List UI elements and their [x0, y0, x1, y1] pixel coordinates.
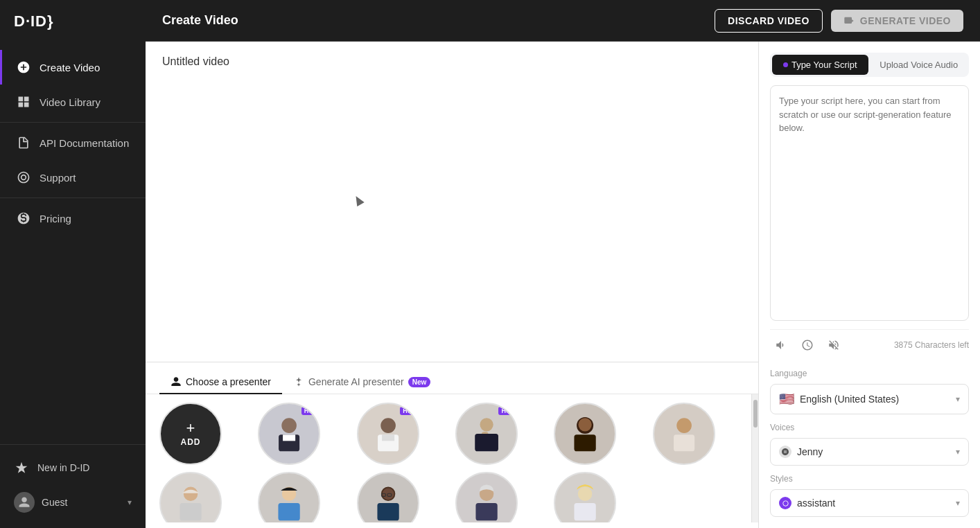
- right-panel: Type Your Script Upload Voice Audio: [758, 42, 980, 528]
- svg-rect-6: [382, 434, 394, 441]
- sidebar-api-docs-label: API Documentation: [40, 137, 129, 149]
- sidebar-nav: Create Video Video Library API Documenta…: [0, 43, 146, 444]
- presenter-grid-container: + ADD HQ: [146, 394, 758, 522]
- avatar: [14, 492, 35, 513]
- avatar-2-image: [367, 413, 409, 455]
- language-dropdown[interactable]: 🇺🇸 English (United States) ▾: [770, 384, 969, 414]
- add-icon: +: [186, 421, 195, 436]
- svg-rect-25: [475, 503, 497, 520]
- presenter-avatar-8[interactable]: [357, 472, 419, 522]
- mute-button[interactable]: [823, 334, 845, 356]
- video-title-bar: Untitled video: [146, 42, 758, 75]
- svg-point-26: [578, 487, 592, 501]
- styles-field-inner: assistant: [779, 497, 835, 509]
- svg-point-1: [281, 418, 297, 433]
- sidebar-item-video-library[interactable]: Video Library: [0, 85, 146, 119]
- generate-video-button: GENERATE VIDEO: [831, 10, 963, 32]
- sidebar-create-video-label: Create Video: [40, 62, 100, 73]
- voices-chevron-icon: ▾: [956, 447, 960, 457]
- tab-choose-presenter[interactable]: Choose a presenter: [159, 371, 282, 394]
- hq-badge-3: HQ: [498, 407, 514, 415]
- sidebar-video-library-label: Video Library: [40, 96, 100, 108]
- logo-area: D·ID}: [0, 0, 146, 43]
- content-area: Untitled video Choose a presenter: [146, 42, 980, 528]
- avatar-10-image: [564, 482, 606, 522]
- styles-label: Styles: [770, 474, 969, 484]
- svg-rect-0: [844, 17, 852, 23]
- sidebar-support-label: Support: [40, 172, 76, 184]
- generate-video-label: GENERATE VIDEO: [860, 15, 951, 26]
- sidebar-item-pricing[interactable]: Pricing: [0, 201, 146, 236]
- user-chevron-icon: ▾: [128, 498, 132, 507]
- video-canvas[interactable]: [146, 75, 758, 362]
- new-badge: New: [408, 377, 431, 387]
- voices-dropdown[interactable]: Jenny ▾: [770, 438, 969, 466]
- sidebar-item-support[interactable]: Support: [0, 160, 146, 195]
- tab-type-script[interactable]: Type Your Script: [772, 55, 868, 75]
- add-label: ADD: [181, 437, 201, 447]
- video-title[interactable]: Untitled video: [162, 55, 229, 67]
- timer-button[interactable]: [796, 334, 819, 356]
- volume-button[interactable]: [770, 334, 792, 356]
- script-textarea[interactable]: [770, 85, 969, 321]
- presenter-avatar-6[interactable]: [159, 472, 222, 522]
- file-text-icon: [16, 135, 31, 150]
- styles-section: Styles assistant ▾: [770, 474, 969, 517]
- presenter-avatar-7[interactable]: [258, 472, 320, 522]
- styles-dropdown[interactable]: assistant ▾: [770, 489, 969, 517]
- dollar-circle-icon: [16, 211, 31, 226]
- discard-video-button[interactable]: DISCARD VIDEO: [715, 9, 823, 33]
- topbar-title: Create Video: [162, 13, 238, 28]
- person-icon: [170, 376, 182, 387]
- presenter-grid: + ADD HQ: [146, 394, 758, 522]
- topbar: Create Video DISCARD VIDEO GENERATE VIDE…: [146, 0, 980, 42]
- user-name: Guest: [42, 497, 121, 508]
- avatar-9-image: [466, 482, 507, 522]
- presenter-avatar-3[interactable]: HQ: [455, 403, 518, 465]
- presenter-avatar-4[interactable]: [554, 403, 616, 465]
- tab-upload-audio[interactable]: Upload Voice Audio: [871, 55, 968, 75]
- avatar-4-image: [564, 413, 606, 455]
- language-value: English (United States): [800, 394, 899, 405]
- sparkle-icon: [14, 460, 29, 475]
- grid-icon: [16, 94, 31, 109]
- add-presenter-card[interactable]: + ADD: [159, 403, 222, 465]
- svg-point-13: [676, 418, 692, 433]
- generate-ai-presenter-label: Generate AI presenter: [308, 376, 404, 387]
- sidebar: D·ID} Create Video Video Library: [0, 0, 146, 528]
- sidebar-item-api-docs[interactable]: API Documentation: [0, 125, 146, 160]
- styles-chevron-icon: ▾: [956, 498, 960, 508]
- tab-generate-ai-presenter[interactable]: Generate AI presenter New: [282, 371, 441, 394]
- main-area: Create Video DISCARD VIDEO GENERATE VIDE…: [146, 0, 980, 528]
- svg-rect-27: [575, 503, 596, 520]
- presenter-avatar-1[interactable]: HQ: [258, 403, 320, 465]
- whats-new-label: New in D-ID: [37, 462, 89, 473]
- sidebar-item-create-video[interactable]: Create Video: [0, 50, 146, 85]
- presenter-avatar-2[interactable]: HQ: [357, 403, 419, 465]
- generate-video-icon: [843, 15, 855, 26]
- svg-rect-16: [180, 503, 201, 520]
- cursor: [354, 195, 362, 208]
- svg-rect-14: [674, 434, 694, 451]
- sidebar-whats-new[interactable]: New in D-ID: [0, 452, 146, 484]
- presenter-avatar-5[interactable]: [653, 403, 715, 465]
- hq-badge-1: HQ: [301, 407, 317, 415]
- avatar-5-image: [663, 413, 705, 455]
- presenter-avatar-9[interactable]: [455, 472, 518, 522]
- avatar-1-image: [268, 413, 310, 455]
- presenter-avatar-10[interactable]: [554, 472, 616, 522]
- svg-point-11: [579, 418, 592, 431]
- avatar-6-image: [170, 482, 211, 522]
- video-editor: Untitled video Choose a presenter: [146, 42, 758, 528]
- svg-point-15: [184, 487, 198, 501]
- svg-rect-3: [283, 434, 295, 441]
- language-field-inner: 🇺🇸 English (United States): [779, 391, 899, 407]
- hq-badge-2: HQ: [400, 407, 415, 415]
- user-profile[interactable]: Guest ▾: [0, 484, 146, 521]
- svg-rect-12: [575, 434, 596, 451]
- svg-point-7: [480, 418, 493, 431]
- scroll-bar[interactable]: [751, 394, 758, 522]
- language-chevron-icon: ▾: [956, 394, 960, 404]
- avatar-7-image: [268, 482, 310, 522]
- style-value: assistant: [797, 498, 835, 509]
